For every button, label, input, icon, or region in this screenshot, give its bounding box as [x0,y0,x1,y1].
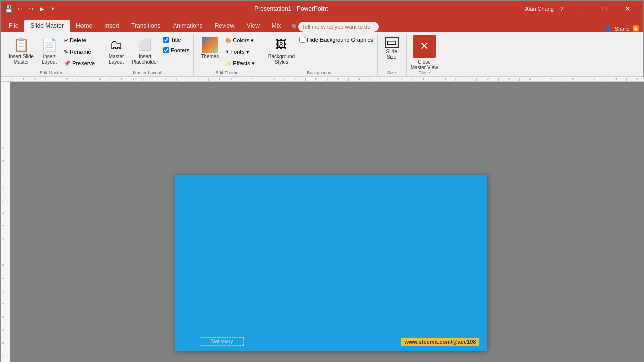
fonts-button[interactable]: 𝐀 Fonts ▾ [223,46,256,57]
insert-slide-master-label: Insert SlideMaster [9,54,34,65]
background-label-bottom: Background [261,70,377,75]
theme-options: 🎨 Colors ▾ 𝐀 Fonts ▾ ✨ Effects ▾ [223,35,256,69]
tab-animations[interactable]: Animations [167,20,208,32]
tell-me-input[interactable] [298,22,379,32]
redo-icon[interactable]: ↪ [27,5,35,13]
fonts-icon: 𝐀 [225,49,229,55]
main-container: 📊 ▼ |16|15|14|13|12|11|10|9|8|7|6|5|4|3|… [1,77,643,362]
title-checkbox-item[interactable]: Title [163,35,189,45]
background-options: Hide Background Graphics [299,35,373,45]
canvas-v-ruler-row: 9 8 7 6 5 4 3 2 1 0 1 2 3 4 5 6 7 8 9 ww… [1,82,644,362]
slide-size-label: SlideSize [386,49,397,60]
footers-checkbox-item[interactable]: Footers [163,45,189,55]
colors-dropdown[interactable]: ▾ [251,37,254,44]
slide-footer-text: www.steemit.com/@ace108 [401,338,479,346]
insert-placeholder-icon: ⬜ [137,37,153,53]
tab-slide-master[interactable]: Slide Master [24,20,70,32]
themes-icon [202,37,218,53]
tab-view[interactable]: View [240,20,266,32]
background-styles-label: BackgroundStyles [268,54,295,65]
master-layout-options: ⬜ InsertPlaceholder [129,35,162,67]
effects-button[interactable]: ✨ Effects ▾ [223,58,256,69]
title-bar-right: Alan Chang ? ─ □ ✕ [525,1,640,17]
ruler-row: |16|15|14|13|12|11|10|9|8|7|6|5|4|3|2|1|… [1,77,644,82]
ribbon: 📋 Insert SlideMaster 📄 InsertLayout ✂ De… [1,32,643,77]
master-layout-checks: Title Footers [163,35,189,55]
share-label[interactable]: Share [615,26,629,32]
fonts-label: Fonts [230,49,245,55]
master-layout-icon: 🗂 [108,37,124,53]
master-layout-content: 🗂 MasterLayout ⬜ InsertPlaceholder Title… [105,35,189,69]
insert-layout-label: InsertLayout [42,54,57,65]
themes-button[interactable]: Themes [198,35,222,61]
ribbon-group-master-layout: 🗂 MasterLayout ⬜ InsertPlaceholder Title… [101,34,194,76]
insert-slide-master-button[interactable]: 📋 Insert SlideMaster [6,35,37,67]
rename-button[interactable]: ✎ Rename [62,46,97,57]
background-content: 🖼 BackgroundStyles Hide Background Graph… [265,35,373,69]
close-master-view-x-button[interactable]: ✕ [413,35,436,58]
minimize-button[interactable]: ─ [570,1,593,17]
slide-canvas-area: www.steemit.com/@ace108 Stationary [10,82,644,362]
slide-canvas: www.steemit.com/@ace108 Stationary [175,175,487,351]
themes-label: Themes [201,54,219,59]
insert-placeholder-label: InsertPlaceholder [132,54,158,65]
tab-insert[interactable]: Insert [98,20,125,32]
delete-button[interactable]: ✂ Delete [62,35,97,46]
insert-layout-button[interactable]: 📄 InsertLayout [38,35,60,67]
app-window: 💾 ↩ ↪ ▶ ▼ Presentation1 - PowerPoint Ala… [0,0,644,362]
insert-placeholder-button[interactable]: ⬜ InsertPlaceholder [129,35,162,67]
tab-review[interactable]: Review [209,20,240,32]
effects-dropdown[interactable]: ▾ [252,60,255,67]
close-label-bottom: Close [407,70,442,75]
share-icon: 👤 [605,25,612,32]
close-content: ✕ CloseMaster View [411,35,438,70]
present-icon[interactable]: ▶ [38,5,46,13]
ribbon-tabs: File Slide Master Home Insert Transition… [1,17,643,32]
more-icon[interactable]: ▼ [49,5,57,13]
background-styles-icon: 🖼 [273,37,289,53]
insert-slide-master-icon: 📋 [13,37,29,53]
close-master-view-label: CloseMaster View [411,59,438,70]
slide-text-box[interactable]: Stationary [200,337,244,346]
save-icon[interactable]: 💾 [5,5,13,13]
tab-mix[interactable]: Mix [266,20,287,32]
effects-label: Effects [233,60,250,66]
close-button[interactable]: ✕ [616,1,639,17]
tab-transitions[interactable]: Transitions [125,20,167,32]
master-layout-label-bottom: Master Layout [101,70,193,75]
size-label-bottom: Size [378,70,406,75]
slide-size-button[interactable]: ▭ SlideSize [382,35,402,62]
edit-master-label: Edit Master [2,70,101,75]
hide-bg-checkbox-item[interactable]: Hide Background Graphics [299,35,373,45]
title-checkbox[interactable] [163,37,169,43]
colors-button[interactable]: 🎨 Colors ▾ [223,35,256,46]
username: Alan Chang [525,6,554,12]
preserve-button[interactable]: 📌 Preserve [62,58,97,69]
title-bar: 💾 ↩ ↪ ▶ ▼ Presentation1 - PowerPoint Ala… [1,1,643,17]
tab-file[interactable]: File [3,20,24,32]
colors-icon: 🎨 [225,38,231,43]
top-ruler: |16|15|14|13|12|11|10|9|8|7|6|5|4|3|2|1|… [10,77,644,82]
tab-home[interactable]: Home [70,20,98,32]
undo-icon[interactable]: ↩ [16,5,24,13]
colors-label: Colors [233,37,249,43]
slide-size-icon: ▭ [385,37,399,48]
size-content: ▭ SlideSize [382,35,402,69]
title-bar-left: 💾 ↩ ↪ ▶ ▼ [5,5,57,13]
ribbon-group-size: ▭ SlideSize Size [378,34,407,76]
footers-checkbox[interactable] [163,47,169,53]
help-icon[interactable]: ? [558,5,566,13]
ribbon-group-edit-theme: Themes 🎨 Colors ▾ 𝐀 Fonts ▾ ✨ [194,34,261,76]
edit-master-content: 📋 Insert SlideMaster 📄 InsertLayout ✂ De… [6,35,97,69]
maximize-button[interactable]: □ [593,1,616,17]
hide-bg-checkbox[interactable] [299,37,305,43]
insert-layout-icon: 📄 [41,37,57,53]
edit-theme-label-bottom: Edit Theme [194,70,261,75]
canvas-section: |16|15|14|13|12|11|10|9|8|7|6|5|4|3|2|1|… [1,77,644,362]
fonts-dropdown[interactable]: ▾ [246,49,249,55]
background-styles-button[interactable]: 🖼 BackgroundStyles [265,35,298,67]
window-title: Presentation1 - PowerPoint [254,5,328,12]
master-layout-button[interactable]: 🗂 MasterLayout [105,35,127,67]
ribbon-collapse-icon[interactable]: 🔼 [632,25,639,32]
effects-icon: ✨ [225,61,231,66]
